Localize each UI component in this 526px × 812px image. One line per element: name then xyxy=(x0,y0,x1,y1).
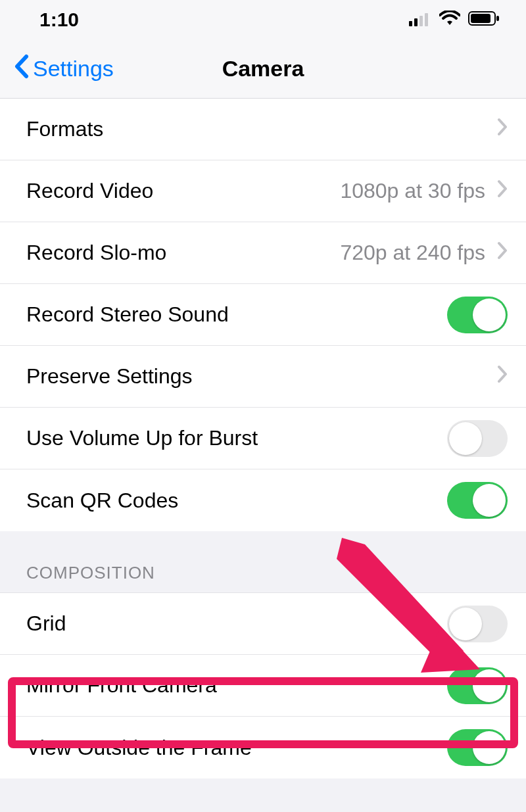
chevron-right-icon xyxy=(497,179,508,203)
grid-toggle[interactable] xyxy=(447,606,508,642)
page-title: Camera xyxy=(222,56,304,82)
record-slomo-label: Record Slo-mo xyxy=(26,241,340,265)
svg-rect-5 xyxy=(471,14,490,23)
record-slomo-row[interactable]: Record Slo-mo 720p at 240 fps xyxy=(0,222,526,284)
nav-header: Settings Camera xyxy=(0,39,526,99)
record-stereo-row: Record Stereo Sound xyxy=(0,284,526,346)
settings-list-composition: Grid Mirror Front Camera View Outside th… xyxy=(0,593,526,778)
mirror-front-camera-label: Mirror Front Camera xyxy=(26,673,447,698)
scan-qr-label: Scan QR Codes xyxy=(26,489,447,513)
formats-row[interactable]: Formats xyxy=(0,99,526,160)
record-stereo-label: Record Stereo Sound xyxy=(26,302,447,327)
settings-list-main: Formats Record Video 1080p at 30 fps Rec… xyxy=(0,99,526,531)
scan-qr-toggle[interactable] xyxy=(447,482,508,519)
cellular-icon xyxy=(409,9,431,31)
record-slomo-value: 720p at 240 fps xyxy=(340,241,485,265)
preserve-settings-label: Preserve Settings xyxy=(26,364,497,389)
record-video-row[interactable]: Record Video 1080p at 30 fps xyxy=(0,160,526,222)
grid-row: Grid xyxy=(0,593,526,655)
composition-section-header: Composition xyxy=(0,531,526,593)
svg-rect-0 xyxy=(409,21,412,26)
grid-label: Grid xyxy=(26,611,447,636)
record-stereo-toggle[interactable] xyxy=(447,297,508,333)
status-time: 1:10 xyxy=(39,9,79,31)
svg-rect-6 xyxy=(496,16,499,21)
volume-burst-toggle[interactable] xyxy=(447,420,508,457)
back-label: Settings xyxy=(33,56,114,82)
volume-burst-row: Use Volume Up for Burst xyxy=(0,408,526,469)
chevron-right-icon xyxy=(497,241,508,265)
mirror-front-camera-row: Mirror Front Camera xyxy=(0,655,526,717)
svg-rect-1 xyxy=(414,18,418,26)
wifi-icon xyxy=(439,9,460,31)
chevron-right-icon xyxy=(497,364,508,389)
scan-qr-row: Scan QR Codes xyxy=(0,469,526,531)
status-bar: 1:10 xyxy=(0,0,526,39)
chevron-right-icon xyxy=(497,117,508,141)
record-video-label: Record Video xyxy=(26,179,340,203)
svg-rect-3 xyxy=(425,13,428,26)
volume-burst-label: Use Volume Up for Burst xyxy=(26,426,447,450)
view-outside-frame-label: View Outside the Frame xyxy=(26,736,447,760)
view-outside-frame-row: View Outside the Frame xyxy=(0,717,526,778)
back-button[interactable]: Settings xyxy=(13,54,114,84)
record-video-value: 1080p at 30 fps xyxy=(340,179,485,203)
svg-rect-2 xyxy=(419,16,423,26)
formats-label: Formats xyxy=(26,117,497,141)
view-outside-frame-toggle[interactable] xyxy=(447,729,508,766)
chevron-left-icon xyxy=(13,54,30,84)
battery-icon xyxy=(468,9,500,31)
mirror-front-camera-toggle[interactable] xyxy=(447,667,508,704)
preserve-settings-row[interactable]: Preserve Settings xyxy=(0,346,526,408)
